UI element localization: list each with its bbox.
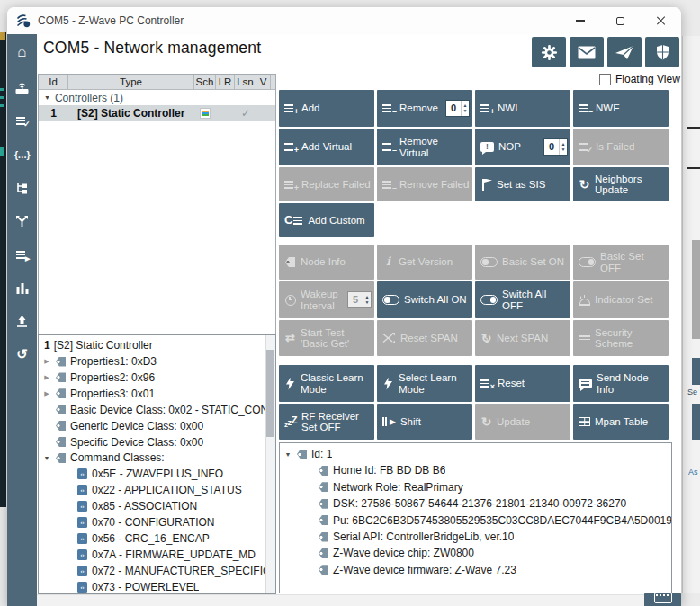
column-header-type[interactable]: Type [68, 75, 194, 90]
nop-button[interactable]: !NOP0▲▼ [475, 129, 570, 165]
background-window-fragment [687, 167, 700, 169]
send-node-info-button[interactable]: Send Node Info [573, 365, 669, 402]
tree-scrollbar-track[interactable] [265, 335, 275, 593]
set-as-sis-button[interactable]: Set as SIS [475, 167, 570, 201]
maximize-button[interactable] [600, 7, 641, 34]
sidebar-item-list-arrow[interactable]: ▶ [7, 239, 37, 270]
refresh-1-icon: ↻1 [480, 333, 492, 343]
tree-item-z-wave-device-chip[interactable]: Z-Wave device chip: ZW0800 [305, 545, 474, 561]
sidebar-item-history[interactable]: ↺ [7, 339, 37, 370]
nwe-button[interactable]: –NWE [573, 90, 669, 127]
table-row[interactable]: 1[S2] Static Controller✓ [39, 105, 275, 121]
tree-item-0x56-crc-16-encap[interactable]: ‹›0x56 - CRC_16_ENCAP [64, 530, 210, 547]
mpan-table-button[interactable]: Mpan Table [573, 404, 669, 440]
tree-item-0x70-configuration[interactable]: ‹›0x70 - CONFIGURATION [64, 514, 214, 530]
add-button[interactable]: +Add [279, 90, 374, 127]
minimize-button[interactable] [560, 7, 600, 34]
gear-toolbar-button[interactable] [532, 37, 566, 67]
shift-button[interactable]: ▶Shift [377, 404, 472, 440]
node-table-header: IdTypeSchLRLsnV [39, 75, 275, 90]
sidebar-item-braces[interactable]: {…} [7, 139, 37, 170]
arrows-lr-icon: ⇄ [284, 333, 296, 344]
sidebar-item-split-arrows[interactable] [7, 206, 37, 236]
collapse-expander-icon[interactable]: ▼ [42, 455, 51, 461]
remove-button[interactable]: –Remove0▲▼ [377, 90, 472, 127]
tree-item-0x73-powerlevel[interactable]: ‹›0x73 - POWERLEVEL [64, 579, 199, 594]
tree-item-z-wave-device-firmware[interactable]: Z-Wave device firmware: Z-Wave 7.23 [305, 562, 516, 578]
floating-view-checkbox[interactable] [599, 74, 611, 85]
envelope-toolbar-button[interactable] [570, 37, 604, 67]
sidebar-item-checklist[interactable]: ✓ [7, 105, 37, 136]
remove-virtual-button[interactable]: –Remove Virtual [377, 129, 472, 165]
column-header-lr[interactable]: LR [216, 75, 235, 90]
tree-item-0x5e-zwaveplus-info[interactable]: ‹›0x5E - ZWAVEPLUS_INFO [64, 466, 223, 482]
toggle-on-icon [480, 257, 498, 267]
tree-item-properties1[interactable]: ▶Properties1: 0xD3 [42, 353, 157, 370]
tree-item-pu[interactable]: Pu: 6BC2C6B3D57453805529535C03CC8DAEC704… [305, 512, 672, 529]
remove-spinner[interactable]: 0▲▼ [445, 100, 470, 117]
tree-item-0x85-association[interactable]: ‹›0x85 - ASSOCIATION [64, 498, 197, 514]
spinner-arrows-icon[interactable]: ▲▼ [461, 101, 469, 116]
tree-item-generic-device-class[interactable]: Generic Device Class: 0x00 [42, 418, 203, 434]
close-icon [656, 15, 667, 26]
expand-expander-icon[interactable]: ▶ [42, 374, 51, 381]
node-table-group-row[interactable]: ▼ Controllers (1) [39, 90, 275, 105]
tree-root-label: [S2] Static Controller [54, 339, 153, 352]
tree-item-command-classes[interactable]: ▼Command Classes: [42, 450, 165, 466]
tree-item-basic-device-class[interactable]: Basic Device Class: 0x02 - STATIC_CONT [42, 402, 275, 418]
nop-spinner[interactable]: 0▲▼ [543, 138, 568, 156]
select-learn-mode-button[interactable]: Select Learn Mode [377, 365, 472, 402]
column-header-sch[interactable]: Sch [194, 75, 216, 90]
sidebar-item-hierarchy[interactable] [7, 173, 37, 203]
sidebar-item-upload[interactable] [7, 306, 37, 336]
group-expander-icon[interactable]: ▼ [44, 94, 50, 101]
clock-icon [284, 295, 296, 306]
column-header-v[interactable]: V [256, 75, 271, 90]
switch-all-off-button[interactable]: Switch All OFF [475, 281, 570, 318]
group-label: Controllers (1) [55, 92, 123, 104]
background-window-fragment [0, 32, 5, 40]
rf-receiver-set-off-button[interactable]: zzZRF Receiver Set OFF [279, 404, 374, 440]
tree-root-item[interactable]: 1 [S2] Static Controller [44, 337, 153, 353]
column-header-lsn[interactable]: Lsn [235, 75, 256, 90]
spinner-arrows-icon[interactable]: ▲▼ [363, 292, 371, 307]
tree-item-0x7a-firmware-update-md[interactable]: ‹›0x7A - FIRMWARE_UPDATE_MD [64, 547, 256, 563]
collapse-expander-icon[interactable]: ▼ [283, 451, 292, 458]
tree-item-label: Properties3: 0x01 [70, 388, 155, 400]
sidebar-item-bar-chart[interactable] [7, 272, 37, 303]
shield-toolbar-button[interactable] [645, 37, 679, 67]
neighbors-update-button[interactable]: ↻Neighbors Update [573, 167, 669, 201]
switch-all-on-button[interactable]: Switch All ON [377, 281, 472, 318]
sidebar-item-router[interactable] [7, 72, 37, 102]
tree-item-properties2[interactable]: ▶Properties2: 0x96 [42, 370, 155, 386]
classic-learn-mode-button[interactable]: Classic Learn Mode [279, 365, 374, 402]
nwi-button[interactable]: +NWI [475, 90, 570, 127]
tree-item-0x22-application-status[interactable]: ‹›0x22 - APPLICATION_STATUS [64, 482, 242, 498]
send-toolbar-button[interactable] [607, 37, 642, 67]
keyboard-button[interactable] [644, 593, 681, 606]
tree-item-home-id[interactable]: Home Id: FB BD DB B6 [305, 462, 445, 478]
cell-node-id: 1 [39, 107, 68, 120]
tree-item-network-role[interactable]: Network Role: RealPrimary [305, 479, 463, 495]
tree-item-label: 0x73 - POWERLEVEL [92, 581, 199, 593]
indicator-set-button: Indicator Set [573, 281, 669, 318]
background-text-fragment: As [688, 468, 698, 477]
add-custom-button[interactable]: CAdd Custom [279, 203, 374, 237]
tree-item-properties3[interactable]: ▶Properties3: 0x01 [42, 386, 155, 402]
tree-item-dsk[interactable]: DSK: 27586-50867-54644-21376-21801-21340… [305, 495, 626, 512]
floating-view-option: Floating View [599, 73, 680, 85]
wakeup-interval-spinner[interactable]: 5▲▼ [347, 291, 372, 308]
tree-item-id[interactable]: ▼Id: 1 [283, 446, 332, 462]
tree-item-0x72-manufacturer-specific[interactable]: ‹›0x72 - MANUFACTURER_SPECIFIC [64, 563, 271, 579]
expand-expander-icon[interactable]: ▶ [42, 390, 51, 397]
add-virtual-button[interactable]: +Add Virtual [279, 129, 374, 165]
tree-item-specific-device-class[interactable]: Specific Device Class: 0x00 [42, 434, 203, 450]
reset-button[interactable]: ×Reset [475, 365, 570, 402]
column-header-id[interactable]: Id [39, 75, 68, 90]
tree-item-serial-api[interactable]: Serial API: ControllerBridgeLib, ver.10 [305, 529, 514, 545]
close-button[interactable] [641, 7, 681, 34]
spinner-arrows-icon[interactable]: ▲▼ [559, 139, 567, 155]
expand-expander-icon[interactable]: ▶ [42, 358, 51, 365]
tree-scrollbar-thumb[interactable] [266, 350, 274, 437]
sidebar-item-home[interactable]: ⌂ [7, 37, 37, 67]
